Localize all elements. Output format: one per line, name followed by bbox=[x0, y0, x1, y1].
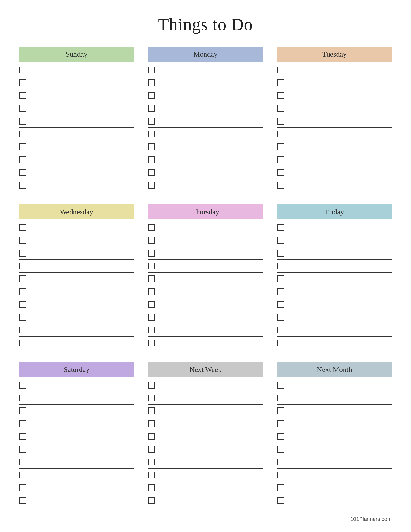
todo-line bbox=[158, 384, 262, 390]
checkbox[interactable] bbox=[19, 92, 26, 99]
checkbox[interactable] bbox=[19, 382, 26, 389]
checkbox[interactable] bbox=[148, 105, 155, 112]
checkbox[interactable] bbox=[19, 131, 26, 137]
checkbox[interactable] bbox=[19, 237, 26, 244]
checkbox[interactable] bbox=[277, 143, 284, 150]
todo-line bbox=[287, 303, 392, 309]
checkbox[interactable] bbox=[277, 459, 284, 466]
checkbox[interactable] bbox=[19, 395, 26, 401]
checkbox[interactable] bbox=[19, 250, 26, 256]
checkbox[interactable] bbox=[19, 472, 26, 478]
todo-item bbox=[148, 459, 262, 469]
checkbox[interactable] bbox=[19, 143, 26, 150]
checkbox[interactable] bbox=[19, 66, 26, 73]
checkbox[interactable] bbox=[277, 484, 284, 491]
checkbox[interactable] bbox=[277, 314, 284, 321]
checkbox[interactable] bbox=[148, 484, 155, 491]
checkbox[interactable] bbox=[277, 433, 284, 440]
checkbox[interactable] bbox=[19, 182, 26, 189]
checkbox[interactable] bbox=[19, 459, 26, 466]
checkbox[interactable] bbox=[277, 382, 284, 389]
checkbox[interactable] bbox=[19, 446, 26, 453]
checkbox[interactable] bbox=[148, 66, 155, 73]
checkbox[interactable] bbox=[277, 182, 284, 189]
checkbox[interactable] bbox=[148, 382, 155, 389]
checkbox[interactable] bbox=[148, 433, 155, 440]
checkbox[interactable] bbox=[277, 92, 284, 99]
checkbox[interactable] bbox=[277, 327, 284, 333]
checkbox[interactable] bbox=[277, 131, 284, 137]
checkbox[interactable] bbox=[19, 224, 26, 231]
list-tuesday bbox=[277, 66, 392, 195]
checkbox[interactable] bbox=[277, 169, 284, 176]
checkbox[interactable] bbox=[277, 420, 284, 427]
checkbox[interactable] bbox=[277, 250, 284, 256]
checkbox[interactable] bbox=[148, 143, 155, 150]
checkbox[interactable] bbox=[19, 314, 26, 321]
checkbox[interactable] bbox=[148, 118, 155, 124]
checkbox[interactable] bbox=[148, 459, 155, 466]
checkbox[interactable] bbox=[277, 118, 284, 124]
checkbox[interactable] bbox=[19, 340, 26, 346]
checkbox[interactable] bbox=[148, 288, 155, 295]
checkbox[interactable] bbox=[19, 327, 26, 333]
checkbox[interactable] bbox=[148, 263, 155, 269]
todo-line bbox=[158, 81, 262, 87]
checkbox[interactable] bbox=[148, 340, 155, 346]
checkbox[interactable] bbox=[19, 79, 26, 86]
checkbox[interactable] bbox=[19, 169, 26, 176]
checkbox[interactable] bbox=[277, 472, 284, 478]
checkbox[interactable] bbox=[277, 288, 284, 295]
checkbox[interactable] bbox=[148, 224, 155, 231]
todo-item bbox=[19, 66, 134, 76]
checkbox[interactable] bbox=[148, 237, 155, 244]
checkbox[interactable] bbox=[148, 131, 155, 137]
section-monday: Monday bbox=[148, 47, 262, 195]
checkbox[interactable] bbox=[148, 420, 155, 427]
checkbox[interactable] bbox=[277, 224, 284, 231]
checkbox[interactable] bbox=[277, 105, 284, 112]
checkbox[interactable] bbox=[277, 395, 284, 401]
checkbox[interactable] bbox=[148, 276, 155, 282]
checkbox[interactable] bbox=[277, 497, 284, 504]
checkbox[interactable] bbox=[19, 288, 26, 295]
checkbox[interactable] bbox=[148, 169, 155, 176]
checkbox[interactable] bbox=[277, 156, 284, 163]
checkbox[interactable] bbox=[19, 484, 26, 491]
checkbox[interactable] bbox=[19, 263, 26, 269]
checkbox[interactable] bbox=[277, 66, 284, 73]
checkbox[interactable] bbox=[148, 182, 155, 189]
checkbox[interactable] bbox=[148, 301, 155, 308]
todo-line bbox=[158, 277, 262, 283]
checkbox[interactable] bbox=[148, 156, 155, 163]
checkbox[interactable] bbox=[19, 497, 26, 504]
checkbox[interactable] bbox=[148, 327, 155, 333]
checkbox[interactable] bbox=[148, 314, 155, 321]
checkbox[interactable] bbox=[277, 408, 284, 414]
checkbox[interactable] bbox=[277, 237, 284, 244]
checkbox[interactable] bbox=[277, 79, 284, 86]
checkbox[interactable] bbox=[148, 92, 155, 99]
todo-item bbox=[19, 143, 134, 153]
checkbox[interactable] bbox=[277, 446, 284, 453]
checkbox[interactable] bbox=[148, 446, 155, 453]
checkbox[interactable] bbox=[19, 105, 26, 112]
checkbox[interactable] bbox=[277, 263, 284, 269]
checkbox[interactable] bbox=[19, 156, 26, 163]
checkbox[interactable] bbox=[277, 340, 284, 346]
checkbox[interactable] bbox=[148, 408, 155, 414]
checkbox[interactable] bbox=[148, 395, 155, 401]
checkbox[interactable] bbox=[19, 118, 26, 124]
checkbox[interactable] bbox=[19, 276, 26, 282]
checkbox[interactable] bbox=[19, 301, 26, 308]
checkbox[interactable] bbox=[277, 301, 284, 308]
checkbox[interactable] bbox=[277, 276, 284, 282]
checkbox[interactable] bbox=[19, 420, 26, 427]
checkbox[interactable] bbox=[19, 433, 26, 440]
checkbox[interactable] bbox=[19, 408, 26, 414]
checkbox[interactable] bbox=[148, 79, 155, 86]
checkbox[interactable] bbox=[148, 472, 155, 478]
todo-item bbox=[148, 340, 262, 349]
checkbox[interactable] bbox=[148, 497, 155, 504]
checkbox[interactable] bbox=[148, 250, 155, 256]
